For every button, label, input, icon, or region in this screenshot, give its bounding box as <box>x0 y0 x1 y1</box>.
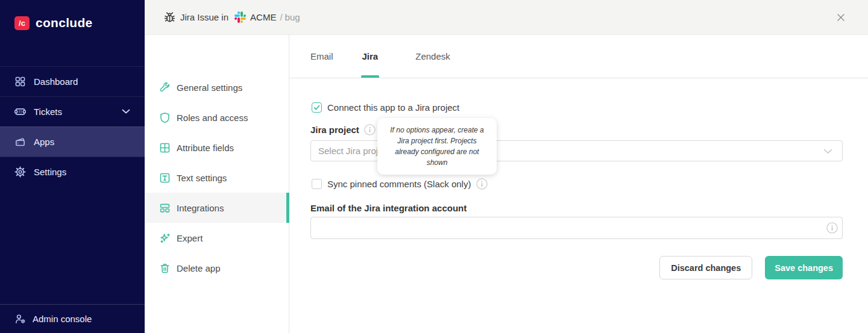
sync-comments-label: Sync pinned comments (Slack only) <box>327 179 471 189</box>
sidebar-item-label: Apps <box>34 137 54 147</box>
shield-icon <box>159 112 171 123</box>
sidebar-item-apps[interactable]: Apps <box>0 126 145 157</box>
save-changes-button[interactable]: Save changes <box>765 256 843 279</box>
discard-changes-button[interactable]: Discard changes <box>659 256 752 279</box>
sidebar-item-tickets[interactable]: Tickets <box>0 96 145 126</box>
jira-email-label: Email of the Jira integration account <box>310 203 467 213</box>
topbar-separator: / <box>280 12 282 22</box>
menu-item-label: Integrations <box>177 203 224 213</box>
admin-user-gear-icon <box>14 313 26 325</box>
connect-jira-label: Connect this app to a Jira project <box>327 102 459 113</box>
tab-bar: Email Jira Zendesk <box>289 35 868 78</box>
trash-icon <box>159 263 171 274</box>
dashboard-grid-icon <box>14 76 26 87</box>
wrench-icon <box>159 82 171 93</box>
topbar: Jira Issue in ACME / bug <box>145 0 868 35</box>
chevron-down-icon <box>823 149 832 154</box>
tab-jira[interactable]: Jira <box>362 35 379 78</box>
menu-item-attribute-fields[interactable]: Attribute fields <box>145 132 289 163</box>
menu-item-label: Roles and access <box>177 113 248 123</box>
sidebar-item-label: Settings <box>34 167 66 177</box>
sidebar-item-admin-console[interactable]: Admin console <box>0 304 145 333</box>
sync-comments-checkbox[interactable] <box>312 179 322 189</box>
app-sidebar: /c conclude Dashboard Tickets <box>0 0 145 333</box>
topbar-title: Jira Issue in <box>180 12 228 22</box>
info-icon[interactable] <box>826 222 838 234</box>
topbar-workspace: ACME <box>250 12 276 22</box>
info-icon[interactable] <box>476 178 488 190</box>
sidebar-item-label: Admin console <box>33 314 92 324</box>
menu-item-general-settings[interactable]: General settings <box>145 72 289 102</box>
sparkle-icon <box>159 232 171 244</box>
apps-wallet-icon <box>14 136 26 148</box>
menu-item-label: General settings <box>177 82 242 93</box>
sidebar-item-label: Tickets <box>34 107 62 117</box>
sync-comments-row: Sync pinned comments (Slack only) <box>312 178 488 190</box>
menu-item-text-settings[interactable]: Text settings <box>145 163 289 193</box>
jira-email-input[interactable] <box>310 217 843 239</box>
menu-item-delete-app[interactable]: Delete app <box>145 253 289 283</box>
primary-nav: Dashboard Tickets <box>0 66 145 187</box>
conclude-logo-icon: /c <box>14 16 30 30</box>
menu-item-label: Expert <box>177 233 203 243</box>
menu-item-roles-and-access[interactable]: Roles and access <box>145 102 289 132</box>
menu-item-label: Delete app <box>177 263 221 273</box>
main-content: Email Jira Zendesk Connect this app to a… <box>289 35 868 333</box>
blocks-icon <box>159 202 171 214</box>
form-actions: Discard changes Save changes <box>659 256 843 279</box>
text-box-icon <box>159 172 171 184</box>
sidebar-item-label: Dashboard <box>34 76 78 87</box>
sidebar-item-dashboard[interactable]: Dashboard <box>0 66 145 96</box>
tab-zendesk[interactable]: Zendesk <box>415 35 450 78</box>
sidebar-item-settings[interactable]: Settings <box>0 157 145 187</box>
close-icon[interactable] <box>836 13 846 22</box>
chevron-down-icon[interactable] <box>122 109 130 114</box>
menu-item-expert[interactable]: Expert <box>145 223 289 253</box>
jira-project-label-row: Jira project <box>310 124 376 135</box>
ticket-icon <box>14 106 26 117</box>
connect-jira-row: Connect this app to a Jira project <box>312 102 459 113</box>
connect-jira-checkbox[interactable] <box>312 102 322 113</box>
bug-icon <box>163 11 176 23</box>
settings-sidebar: General settings Roles and access Attrib… <box>145 35 289 333</box>
topbar-channel: bug <box>285 12 300 22</box>
menu-item-integrations[interactable]: Integrations <box>145 193 289 223</box>
conclude-logo-text: conclude <box>36 16 93 30</box>
jira-email-field-wrap <box>310 217 843 239</box>
jira-project-label: Jira project <box>310 125 359 135</box>
info-icon[interactable] <box>364 124 376 135</box>
menu-item-label: Attribute fields <box>177 143 234 153</box>
slack-icon <box>234 11 246 23</box>
gear-icon <box>14 166 26 178</box>
table-grid-icon <box>159 142 171 154</box>
conclude-logo: /c conclude <box>14 16 93 30</box>
jira-project-tooltip: If no options appear, create a Jira proj… <box>377 118 497 175</box>
menu-item-label: Text settings <box>177 173 227 183</box>
tab-email[interactable]: Email <box>310 35 333 78</box>
